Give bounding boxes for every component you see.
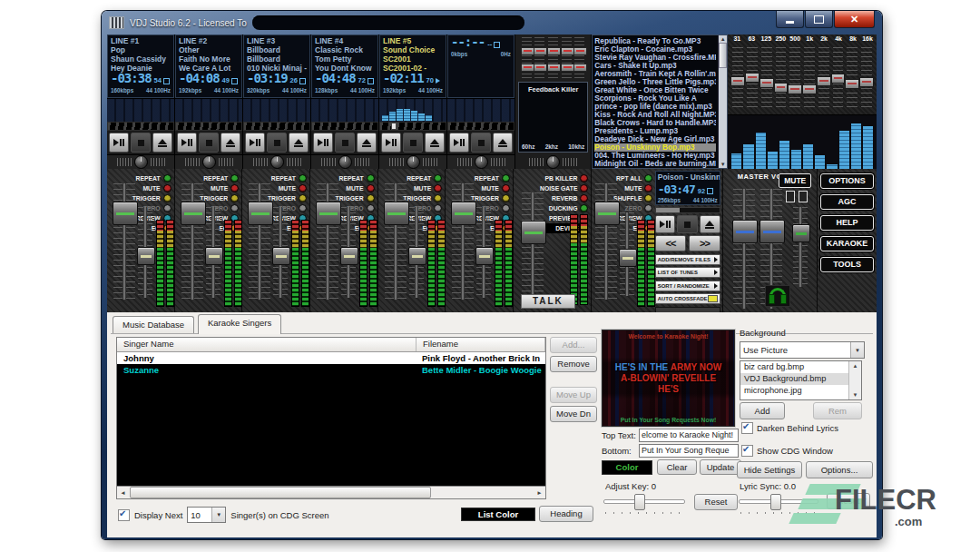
feedback-slider[interactable]: [522, 37, 532, 79]
bottom-text-input[interactable]: Put In Your Song Reque: [639, 444, 739, 458]
playlist-item[interactable]: Eric Clapton - Cocaine.mp3: [594, 45, 716, 54]
column-filename[interactable]: Filename: [416, 338, 545, 351]
eject-button[interactable]: [152, 133, 172, 153]
channel-switch-mute[interactable]: MUTE: [613, 183, 652, 193]
play-pause-button[interactable]: [245, 133, 265, 153]
eject-button[interactable]: [493, 133, 513, 153]
pitch-knob[interactable]: [407, 155, 420, 169]
eq-slider[interactable]: [776, 47, 787, 111]
tab-music-database[interactable]: Music Database: [113, 316, 194, 334]
output-monitor-icons[interactable]: [786, 191, 808, 202]
eq-slider[interactable]: [789, 47, 800, 111]
chevron-down-icon[interactable]: ▼: [850, 342, 864, 358]
gain-fader-small[interactable]: [475, 207, 492, 298]
volume-fader[interactable]: [521, 192, 544, 294]
talk-button[interactable]: TALK: [521, 294, 575, 309]
stop-button[interactable]: [677, 215, 698, 233]
column-singer-name[interactable]: Singer Name: [117, 338, 416, 351]
playlist-item[interactable]: prince - pop life (dance mix).mp3: [594, 103, 716, 111]
channel-switch-mute[interactable]: MUTE: [403, 183, 442, 193]
feedback-knob[interactable]: [546, 155, 560, 169]
options-button[interactable]: Options...: [806, 461, 873, 478]
pitch-knob[interactable]: [475, 155, 488, 169]
channel-switch-mute[interactable]: MUTE: [200, 183, 239, 193]
stop-button[interactable]: [199, 133, 219, 153]
eq-slider[interactable]: [847, 47, 858, 111]
karaoke-button[interactable]: KARAOKE: [820, 236, 874, 251]
background-mode-dropdown[interactable]: Use Picture ▼: [740, 341, 865, 359]
gain-fader-small[interactable]: [408, 207, 425, 298]
seek-bar[interactable]: [175, 122, 242, 131]
feedback-slider[interactable]: [574, 37, 584, 79]
singer-row[interactable]: Johnny Pink Floyd - Another Brick In: [117, 352, 545, 364]
eq-slider[interactable]: [833, 47, 844, 111]
seek-bar[interactable]: [311, 122, 378, 131]
volume-fader[interactable]: [732, 189, 756, 309]
background-file-item[interactable]: biz card bg.bmp: [740, 361, 848, 373]
remove-singer-button[interactable]: Remove: [550, 356, 597, 372]
scroll-right-icon[interactable]: ►: [534, 489, 545, 496]
scroll-down-icon[interactable]: ▼: [720, 162, 726, 167]
playlist-item[interactable]: 004. The Lumineers - Ho Hey.mp3: [594, 152, 716, 160]
adjust-key-slider[interactable]: [603, 493, 685, 511]
channel-switch-reverb[interactable]: REVERB: [540, 193, 588, 203]
adjust-key-reset-button[interactable]: Reset: [694, 494, 738, 510]
feedback-slider[interactable]: [548, 37, 558, 79]
volume-fader[interactable]: [181, 183, 204, 300]
eject-button[interactable]: [700, 215, 720, 233]
move-up-button[interactable]: Move Up: [550, 387, 597, 403]
display-next-checkbox[interactable]: [118, 509, 130, 521]
pitch-knob[interactable]: [270, 155, 284, 169]
gain-fader-small[interactable]: [272, 207, 289, 298]
darken-behind-lyrics-checkbox[interactable]: [741, 422, 753, 434]
gain-fader-small[interactable]: [792, 207, 808, 287]
feedback-slider[interactable]: [534, 37, 544, 79]
seek-bar[interactable]: [243, 122, 310, 131]
volume-fader[interactable]: [113, 183, 136, 300]
play-pause-button[interactable]: [449, 133, 469, 153]
channel-switch-trigger[interactable]: TRIGGER: [470, 193, 509, 203]
background-add-button[interactable]: Add: [740, 402, 785, 419]
feedback-eq-sliders[interactable]: [515, 34, 591, 80]
scroll-thumb[interactable]: [719, 43, 727, 68]
scroll-left-icon[interactable]: ◄: [117, 489, 129, 496]
gain-fader-small[interactable]: [205, 207, 221, 298]
channel-switch-repeat[interactable]: REPEAT: [200, 173, 239, 183]
table-body[interactable]: Johnny Pink Floyd - Another Brick In Suz…: [117, 352, 545, 486]
seek-position-marker[interactable]: [391, 123, 397, 130]
playlist-menu-button[interactable]: LIST OF TUNES: [655, 267, 720, 278]
seek-bar[interactable]: [379, 122, 446, 131]
lyric-sync-reset-button[interactable]: Reset: [827, 493, 870, 509]
tools-button[interactable]: TOOLS: [820, 257, 874, 272]
channel-switch-noise-gate[interactable]: NOISE GATE: [540, 183, 588, 193]
gain-fader-small[interactable]: [137, 207, 153, 298]
stop-button[interactable]: [471, 133, 491, 153]
channel-switch-trigger[interactable]: TRIGGER: [268, 193, 307, 203]
title-bar[interactable]: VDJ Studio 6.2 - Licensed To ✕: [102, 11, 882, 34]
singer-row[interactable]: Suzanne Bette Midler - Boogie Woogie: [117, 364, 545, 376]
add-singer-button[interactable]: Add...: [550, 337, 597, 353]
eq-slider[interactable]: [861, 47, 872, 111]
volume-fader[interactable]: [384, 183, 407, 300]
channel-switch-mute[interactable]: MUTE: [268, 183, 307, 193]
channel-switch-pb-killer[interactable]: PB KILLER: [540, 173, 588, 183]
next-track-button[interactable]: >>: [689, 235, 720, 251]
minimize-button[interactable]: [776, 11, 804, 28]
playlist-menu-button[interactable]: AUTO CROSSFADE: [655, 293, 720, 304]
channel-switch-repeat[interactable]: REPEAT: [470, 173, 509, 183]
eq-sliders[interactable]: [728, 45, 877, 113]
eq-slider[interactable]: [761, 47, 772, 111]
chevron-down-icon[interactable]: ▼: [211, 508, 225, 522]
channel-switch-repeat[interactable]: REPEAT: [335, 173, 374, 183]
channel-switch-mute[interactable]: MUTE: [132, 183, 171, 193]
lyric-sync-slider[interactable]: [739, 493, 818, 511]
eject-button[interactable]: [357, 133, 377, 153]
agc-button[interactable]: AGC: [820, 194, 874, 210]
playlist-item[interactable]: Midnight Oil - Beds are burning.MP3: [594, 160, 716, 168]
eq-slider[interactable]: [732, 47, 743, 111]
playlist-item[interactable]: Republica - Ready To Go.MP3: [594, 37, 716, 45]
stop-button[interactable]: [335, 133, 355, 153]
stop-button[interactable]: [403, 133, 423, 153]
play-pause-button[interactable]: [313, 133, 333, 153]
previous-track-button[interactable]: <<: [655, 235, 687, 251]
